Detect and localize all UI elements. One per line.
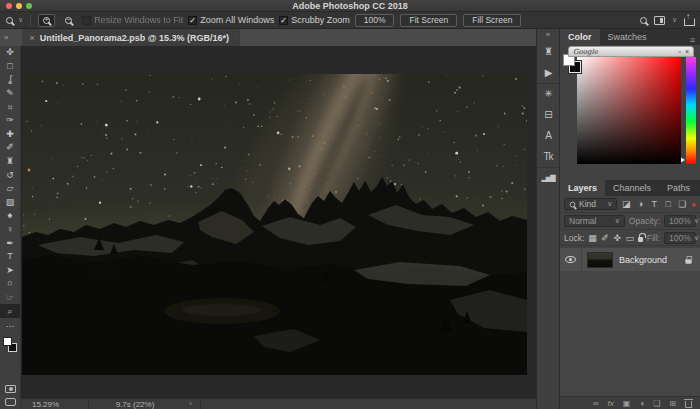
lock-all-icon[interactable] xyxy=(638,237,643,242)
add-layer-mask-icon[interactable]: ▣ xyxy=(623,399,631,408)
layer-thumbnail[interactable] xyxy=(587,252,613,268)
panel-menu-icon[interactable]: ≡ xyxy=(685,35,700,45)
layer-effects-icon[interactable]: fx xyxy=(607,399,613,408)
screen-mode-icon[interactable] xyxy=(5,398,16,406)
filter-smart-object-icon[interactable]: ❏ xyxy=(677,199,687,209)
edit-toolbar-button[interactable]: … xyxy=(0,318,20,332)
layers-empty-area[interactable] xyxy=(560,271,700,396)
tab-layers[interactable]: Layers xyxy=(560,180,605,196)
pen-tool[interactable]: ✒ xyxy=(0,236,20,250)
clone-source-panel-button[interactable]: ♜ xyxy=(537,41,559,62)
tab-color[interactable]: Color xyxy=(560,29,600,45)
zoom-all-windows-checkbox[interactable]: ✓ Zoom All Windows xyxy=(188,15,274,25)
fill-dropdown[interactable]: 100% ∨ xyxy=(664,232,696,244)
new-layer-icon[interactable]: ⊞ xyxy=(669,399,676,408)
foreground-background-swatches[interactable] xyxy=(0,335,20,359)
histogram-panel-button[interactable]: ▂▅▇ xyxy=(537,167,559,188)
tab-channels[interactable]: Channels xyxy=(605,180,659,196)
chevron-down-icon: ∨ xyxy=(694,217,699,225)
zoom-100-button[interactable]: 100% xyxy=(355,14,395,27)
shape-tool[interactable]: ○ xyxy=(0,277,20,291)
link-layers-icon[interactable]: ∞ xyxy=(593,399,599,408)
dock-collapse-chevron[interactable]: « xyxy=(542,29,554,41)
fit-screen-button[interactable]: Fit Screen xyxy=(400,14,457,27)
document-tab[interactable]: × Untitled_Panorama2.psb @ 15.3% (RGB/16… xyxy=(22,29,240,46)
delete-layer-icon[interactable] xyxy=(685,401,692,408)
character-panel-button[interactable]: A xyxy=(537,125,559,146)
dodge-tool[interactable]: ♀ xyxy=(0,223,20,237)
opacity-value: 100% xyxy=(669,216,691,226)
fill-screen-button[interactable]: Fill Screen xyxy=(463,14,521,27)
spot-healing-brush-tool[interactable]: ✚ xyxy=(0,128,20,142)
properties-panel-button[interactable]: ⊟ xyxy=(537,104,559,125)
quick-selection-tool[interactable]: ✎ xyxy=(0,87,20,101)
gradient-tool[interactable]: ▧ xyxy=(0,196,20,210)
brush-tool[interactable]: ✐ xyxy=(0,141,20,155)
tools-panel: ✜□ʆ✎⌗✑✚✐♜↺▱▧♠♀✒T➤○☞⌕… xyxy=(0,46,21,409)
workspace-chevron-icon[interactable]: ∨ xyxy=(672,16,677,24)
layer-row-background[interactable]: Background xyxy=(560,248,700,271)
path-selection-tool[interactable]: ➤ xyxy=(0,264,20,278)
workspace-switcher-icon[interactable] xyxy=(654,16,665,25)
filter-pixel-layers-icon[interactable]: ◪ xyxy=(621,199,631,209)
tab-paths[interactable]: Paths xyxy=(659,180,698,196)
document-canvas-image[interactable] xyxy=(22,74,527,375)
layer-visibility-cell[interactable] xyxy=(560,248,582,271)
tab-swatches[interactable]: Swatches xyxy=(600,29,655,45)
move-tool[interactable]: ✜ xyxy=(0,46,20,60)
opacity-dropdown[interactable]: 100% ∨ xyxy=(664,215,696,227)
share-icon[interactable] xyxy=(684,15,694,26)
filter-kind-dropdown[interactable]: Kind ∨ xyxy=(564,198,617,210)
lock-transparency-icon[interactable]: ▦ xyxy=(588,233,597,243)
zoom-tool[interactable]: ⌕ xyxy=(0,304,20,318)
zoom-in-mode-button[interactable]: + xyxy=(38,14,55,27)
type-tool[interactable]: T xyxy=(0,250,20,264)
status-expand-chevron[interactable]: › xyxy=(181,399,201,409)
color-panel: Color Swatches ≡ Google ▫ × xyxy=(560,29,700,180)
eyedropper-tool[interactable]: ✑ xyxy=(0,114,20,128)
eraser-tool[interactable]: ▱ xyxy=(0,182,20,196)
lock-paint-icon[interactable]: ✐ xyxy=(601,233,609,243)
search-icon[interactable] xyxy=(640,17,647,24)
toolbar-collapse-chevron[interactable]: » xyxy=(0,33,12,42)
filter-adjustment-layers-icon[interactable]: ◑ xyxy=(635,199,645,209)
actions-panel-button[interactable]: ▶ xyxy=(537,62,559,83)
saturation-brightness-field[interactable] xyxy=(577,57,681,164)
new-adjustment-layer-icon[interactable]: ◑ xyxy=(639,399,644,408)
rectangular-marquee-tool[interactable]: □ xyxy=(0,60,20,74)
tab-close-icon[interactable]: × xyxy=(29,33,34,43)
photoshop-window: Adobe Photoshop CC 2018 ∨ + − Resize Win… xyxy=(0,0,700,409)
filter-shape-layers-icon[interactable]: □ xyxy=(663,199,673,209)
work-row: ✜□ʆ✎⌗✑✚✐♜↺▱▧♠♀✒T➤○☞⌕… xyxy=(0,46,536,409)
blend-mode-dropdown[interactable]: Normal ∨ xyxy=(564,215,625,227)
clone-stamp-tool[interactable]: ♜ xyxy=(0,155,20,169)
lock-artboard-icon[interactable]: ▭ xyxy=(625,233,634,243)
adjustments-panel-button[interactable]: ✳ xyxy=(537,83,559,104)
new-group-icon[interactable]: ❏ xyxy=(653,399,660,408)
status-zoom-level[interactable]: 15.29% xyxy=(21,399,89,409)
google-floating-window[interactable]: Google ▫ × xyxy=(568,46,694,57)
zoom-in-icon: + xyxy=(43,17,50,24)
scrubby-zoom-checkbox[interactable]: ✓ Scrubby Zoom xyxy=(279,15,350,25)
crop-tool[interactable]: ⌗ xyxy=(0,100,20,114)
checkbox-label: Scrubby Zoom xyxy=(291,15,350,25)
blur-tool[interactable]: ♠ xyxy=(0,209,20,223)
glyphs-panel-button[interactable]: Tk xyxy=(537,146,559,167)
tool-preset-chevron-icon[interactable]: ∨ xyxy=(18,16,23,24)
google-close-icon[interactable]: × xyxy=(685,48,689,55)
opacity-label: Opacity: xyxy=(629,216,660,226)
zoom-out-mode-button[interactable]: − xyxy=(60,14,77,27)
foreground-color-swatch[interactable] xyxy=(3,337,12,346)
hue-slider[interactable] xyxy=(686,57,696,164)
history-brush-tool[interactable]: ↺ xyxy=(0,168,20,182)
lock-position-icon[interactable]: ✜ xyxy=(613,233,621,243)
lasso-tool[interactable]: ʆ xyxy=(0,73,20,87)
canvas-pasteboard[interactable]: 15.29% 9.7s (22%) › xyxy=(21,46,536,409)
quick-mask-mode-icon[interactable] xyxy=(5,385,16,393)
google-minimize-icon[interactable]: ▫ xyxy=(678,48,680,55)
resize-windows-checkbox[interactable]: Resize Windows to Fit xyxy=(82,15,183,25)
filter-toggle-icon[interactable]: ● xyxy=(691,200,696,209)
color-panel-tabs: Color Swatches ≡ xyxy=(560,29,700,45)
filter-type-layers-icon[interactable]: T xyxy=(649,199,659,209)
hand-tool[interactable]: ☞ xyxy=(0,291,20,305)
